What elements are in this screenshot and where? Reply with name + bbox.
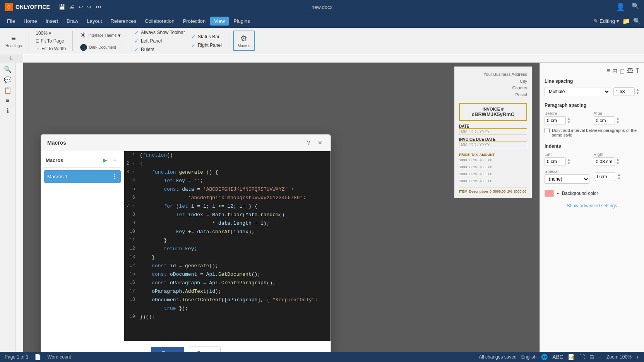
after-up[interactable]: ▲ [617,117,620,121]
indent-right-up[interactable]: ▲ [617,158,620,162]
right-panel-toggle[interactable]: ✓ Right Panel [190,41,223,49]
left-panel-toggle[interactable]: ✓ Left Panel [133,37,187,45]
background-color-swatch[interactable] [545,190,554,197]
line-content-19-sub: true }); [140,305,188,311]
special-select[interactable]: (none) [545,174,589,184]
menu-view[interactable]: View [210,17,229,26]
headings-button[interactable]: ≡ Headings [3,32,24,50]
menu-protection[interactable]: Protection [179,17,210,26]
more-button[interactable]: ••• [94,4,103,10]
show-advanced-settings-link[interactable]: Show advanced settings [545,203,639,208]
zoom-out-icon[interactable]: − [599,354,602,360]
left-tool-comment[interactable]: 💬 [4,76,12,84]
line-content-7: for (let i = 1; i <= 12; i++) { [140,203,257,209]
fit-page-icon[interactable]: ⊟ [589,354,594,360]
fit-to-width-button[interactable]: ↔ Fit To Width [34,45,68,52]
menu-insert[interactable]: Insert [42,17,62,26]
left-tool-track[interactable]: 📋 [4,87,12,94]
code-line-1: 1 (function() [124,151,331,160]
left-tool-format[interactable]: ≡ [6,97,9,104]
print-icon[interactable]: 🖨 [68,4,76,10]
line-num-13: 13 [124,254,140,260]
col-desc: Description [469,190,488,193]
line-spacing-type-select[interactable]: Multiple [545,87,610,96]
track-changes-icon[interactable]: 📝 [568,354,575,360]
menu-references[interactable]: References [107,17,140,26]
align-icon-1[interactable]: ≡ [606,67,610,75]
menu-draw[interactable]: Draw [63,17,82,26]
line-spacing-input[interactable] [613,87,635,96]
run-macro-button[interactable]: ▶ [101,156,109,164]
word-count-label[interactable]: Word count [47,354,71,360]
menu-plugins[interactable]: Plugins [230,17,254,26]
indent-left-up[interactable]: ▲ [567,158,570,162]
col-item: ITEM [459,190,468,193]
special-value-input[interactable] [595,172,616,181]
macro-more-button-0[interactable]: ⋮ [111,173,118,180]
save-icon[interactable]: 💾 [58,4,67,10]
save-button[interactable]: Save [151,347,184,352]
page-count: Page 1 of 1 [5,354,28,360]
language-selector[interactable]: English [521,354,536,360]
dialog-controls: ? ✕ [304,138,324,147]
language-globe-icon[interactable]: 🌐 [541,354,548,360]
no-interval-check[interactable] [545,128,550,133]
fullscreen-icon[interactable]: ⛶ [579,354,585,360]
before-down[interactable]: ▼ [567,121,570,125]
indent-right-down[interactable]: ▼ [617,162,620,166]
line-spacing-up[interactable]: ▲ [636,88,639,92]
status-bar-toggle[interactable]: ✓ Status Bar [190,33,223,41]
dialog-close-button[interactable]: ✕ [316,138,324,147]
always-show-toolbar-toggle[interactable]: ✓ Always Show Toolbar [133,29,187,36]
after-down[interactable]: ▼ [617,121,620,125]
no-interval-checkbox[interactable]: Don't add interval between paragraphs of… [545,128,639,137]
search-header-icon[interactable]: 🔍 [633,17,641,25]
zoom-in-icon[interactable]: + [636,354,639,360]
left-tool-find[interactable]: 🔍 [4,66,12,73]
date-label: DATE [459,124,527,128]
menu-layout[interactable]: Layout [83,17,106,26]
line-spacing-down[interactable]: ▼ [636,92,639,96]
after-input[interactable] [594,116,615,125]
rulers-toggle[interactable]: ✓ Rulers [133,46,187,53]
after-arrows: ▲ ▼ [617,117,620,125]
indent-right-input[interactable] [594,157,615,166]
fit-to-page-button[interactable]: ⊡ Fit To Page [34,38,68,44]
table-icon[interactable]: ⊞ [612,67,617,75]
macros-button[interactable]: ⚙ Macros [233,31,255,51]
line-spacing-section: Line spacing Multiple ▲ ▼ [545,79,639,96]
code-editor[interactable]: 1 (function() 2 ▾ { 3 ▾ function generat… [124,151,331,341]
separator-1 [29,31,29,51]
menu-collaboration[interactable]: Collaboration [141,17,178,26]
indent-left-down[interactable]: ▼ [567,162,570,166]
undo-button[interactable]: ↩ [77,4,84,10]
dialog-help-button[interactable]: ? [304,138,313,147]
macro-item-0[interactable]: Macros 1 ⋮ [44,170,121,183]
redo-button[interactable]: ↪ [86,4,93,10]
save-to-cloud-icon[interactable]: 📁 [622,17,630,25]
indent-left-input[interactable] [545,157,566,166]
dark-document-button[interactable]: 🌑 Dark Document [77,42,123,53]
spell-check-icon[interactable]: ABC [552,354,564,360]
special-up[interactable]: ▲ [618,173,621,177]
fit-to-page-label: Fit To Page [41,38,64,44]
editing-mode-button[interactable]: ✎ Editing ▾ [594,18,619,24]
line-content-12: return key; [140,245,197,252]
special-down[interactable]: ▼ [618,177,621,181]
add-macro-button[interactable]: ＋ [111,156,119,164]
line-content-18: oDocument.InsertContent([oParagraph], { … [140,296,318,303]
before-input[interactable] [545,116,566,125]
interface-theme-button[interactable]: ☀ Interface Theme ▾ [77,29,123,41]
bg-color-chevron[interactable]: ▾ [557,191,559,196]
search-icon[interactable]: 🔍 [632,2,639,12]
toolbar: ≡ Headings 100% ▾ ⊡ Fit To Page ↔ Fit To… [0,28,644,54]
left-tool-info[interactable]: ℹ [7,107,9,114]
shape-icon[interactable]: ◻ [620,67,625,75]
text-icon[interactable]: T [635,67,639,75]
before-up[interactable]: ▲ [567,117,570,121]
zoom-button[interactable]: 100% ▾ [34,30,68,37]
menu-file[interactable]: File [3,17,19,26]
image-icon[interactable]: 🖼 [627,67,633,75]
menu-home[interactable]: Home [20,17,41,26]
cancel-button[interactable]: Cancel [189,347,221,352]
